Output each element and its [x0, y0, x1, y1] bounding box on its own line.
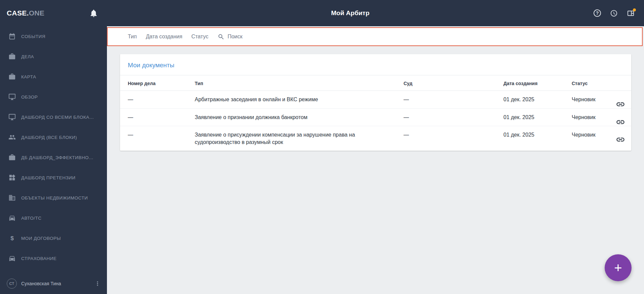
sidebar-item-label: СОБЫТИЯ	[21, 34, 45, 39]
search-icon	[218, 33, 225, 40]
building-icon	[8, 194, 16, 201]
sidebar-item-my-contracts[interactable]: $ МОИ ДОГОВОРЫ	[0, 228, 107, 248]
sidebar-item-insurance[interactable]: СТРАХОВАНИЕ	[0, 248, 107, 268]
briefcase-icon	[8, 73, 16, 80]
sidebar-item-dashboard-all-blocks[interactable]: ДАШБОРД СО ВСЕМИ БЛОКА…	[0, 107, 107, 127]
column-date-created: Дата создания	[503, 75, 572, 90]
help-glyph: ?	[596, 10, 599, 16]
page-title: Мой Арбитр	[107, 9, 594, 17]
table-header: Номер дела Тип Суд Дата создания Статус	[120, 75, 631, 91]
column-case-number: Номер дела	[128, 75, 195, 90]
sidebar: СОБЫТИЯ ДЕЛА КАРТА ОБЗОР ДАШБОРД СО ВСЕМ…	[0, 26, 107, 294]
table-body: — Арбитражные заседания в онлайн и ВКС р…	[120, 91, 631, 151]
sidebar-item-label: ОБЪЕКТЫ НЕДВИЖИМОСТИ	[21, 195, 88, 200]
cell-type: Заявление о признании должника банкротом	[195, 109, 404, 126]
topbar-actions: ?	[594, 9, 644, 17]
logo-primary: CASE.	[7, 9, 29, 17]
notifications-bell-icon[interactable]	[89, 9, 98, 18]
cell-court: —	[404, 126, 503, 144]
cell-case-number: —	[128, 126, 195, 144]
users-icon	[8, 134, 16, 141]
briefcase-icon	[8, 154, 16, 161]
notification-dot	[633, 8, 636, 11]
calendar-icon	[8, 33, 16, 40]
dollar-icon: $	[8, 234, 16, 242]
cell-case-number: —	[128, 109, 195, 126]
sidebar-menu: СОБЫТИЯ ДЕЛА КАРТА ОБЗОР ДАШБОРД СО ВСЕМ…	[0, 26, 107, 268]
table-row[interactable]: — Арбитражные заседания в онлайн и ВКС р…	[120, 91, 631, 109]
sidebar-item-label: ОБЗОР	[21, 95, 38, 100]
add-button[interactable]: +	[605, 254, 632, 281]
sidebar-item-auto-ts[interactable]: АВТО/ТС	[0, 208, 107, 228]
user-name: Сухановская Тина	[21, 281, 61, 286]
sidebar-item-real-estate[interactable]: ОБЪЕКТЫ НЕДВИЖИМОСТИ	[0, 188, 107, 208]
cell-court: —	[404, 109, 503, 126]
user-profile[interactable]: СТ Сухановская Тина	[0, 275, 107, 294]
cell-type: Заявление о присуждении компенсации за н…	[195, 126, 404, 151]
search-box[interactable]: Поиск	[218, 33, 242, 40]
filter-bar: Тип Дата создания Статус Поиск	[107, 27, 643, 46]
widgets-icon	[8, 174, 16, 181]
sidebar-item-dashboard-vse-bloki[interactable]: ДАШБОРД (ВСЕ БЛОКИ)	[0, 127, 107, 147]
table-row[interactable]: — Заявление о признании должника банкрот…	[120, 109, 631, 126]
topbar-left: CASE.ONE	[0, 9, 107, 18]
sidebar-item-label: ДЕЛА	[21, 54, 34, 59]
filter-date-created[interactable]: Дата создания	[146, 34, 182, 40]
svg-text:$: $	[10, 235, 14, 242]
filter-type[interactable]: Тип	[128, 34, 137, 40]
sidebar-item-label: КАРТА	[21, 74, 36, 79]
sidebar-item-label: АВТО/ТС	[21, 216, 42, 221]
search-placeholder: Поиск	[228, 34, 242, 40]
sidebar-item-label: ДАШБОРД (ВСЕ БЛОКИ)	[21, 135, 77, 140]
sidebar-item-label: МОИ ДОГОВОРЫ	[21, 236, 61, 241]
link-icon[interactable]	[616, 95, 625, 105]
car-icon	[8, 255, 16, 262]
cell-court: —	[404, 91, 503, 108]
sidebar-item-dashboard-pretenzii[interactable]: ДАШБОРД ПРЕТЕНЗИИ	[0, 168, 107, 188]
car-icon	[8, 214, 16, 222]
link-icon[interactable]	[616, 130, 625, 140]
kebab-menu-icon[interactable]	[94, 280, 101, 287]
table-row[interactable]: — Заявление о присуждении компенсации за…	[120, 126, 631, 151]
cell-status: Черновик	[572, 109, 612, 126]
monitor-icon	[8, 93, 16, 101]
cell-date-created: 01 дек. 2025	[503, 109, 572, 126]
sidebar-item-db-dashboard-effective[interactable]: ДБ ДАШБОРД_ЭФФЕКТИВНО…	[0, 147, 107, 168]
sidebar-item-cases[interactable]: ДЕЛА	[0, 46, 107, 67]
logo-secondary: ONE	[29, 9, 44, 17]
sidebar-item-label: ДБ ДАШБОРД_ЭФФЕКТИВНО…	[21, 155, 93, 160]
avatar: СТ	[7, 279, 17, 289]
app-logo[interactable]: CASE.ONE	[7, 9, 44, 17]
sidebar-item-label: ДАШБОРД ПРЕТЕНЗИИ	[21, 175, 76, 180]
column-status: Статус	[572, 75, 612, 90]
history-clock-icon[interactable]	[610, 9, 618, 17]
documents-title: Мои документы	[120, 54, 631, 75]
sidebar-item-label: ДАШБОРД СО ВСЕМИ БЛОКА…	[21, 115, 94, 120]
panel-layout-icon[interactable]	[627, 9, 635, 17]
cell-status: Черновик	[572, 126, 612, 144]
cell-date-created: 01 дек. 2025	[503, 91, 572, 108]
documents-card: Мои документы Номер дела Тип Суд Дата со…	[120, 54, 631, 151]
help-icon[interactable]: ?	[594, 9, 601, 17]
column-type: Тип	[195, 75, 404, 90]
briefcase-icon	[8, 53, 16, 60]
column-link-spacer	[612, 75, 625, 85]
sidebar-item-events[interactable]: СОБЫТИЯ	[0, 26, 107, 46]
sidebar-item-map[interactable]: КАРТА	[0, 67, 107, 87]
topbar: CASE.ONE Мой Арбитр ?	[0, 0, 644, 26]
cell-date-created: 01 дек. 2025	[503, 126, 572, 144]
sidebar-item-label: СТРАХОВАНИЕ	[21, 256, 56, 261]
monitor-icon	[8, 113, 16, 121]
link-icon[interactable]	[616, 112, 625, 122]
cell-status: Черновик	[572, 91, 612, 108]
column-court: Суд	[404, 75, 503, 90]
cell-case-number: —	[128, 91, 195, 108]
main-content: Тип Дата создания Статус Поиск Мои докум…	[107, 26, 644, 294]
cell-type: Арбитражные заседания в онлайн и ВКС реж…	[195, 91, 404, 108]
filter-status[interactable]: Статус	[191, 34, 209, 40]
sidebar-item-overview[interactable]: ОБЗОР	[0, 87, 107, 107]
